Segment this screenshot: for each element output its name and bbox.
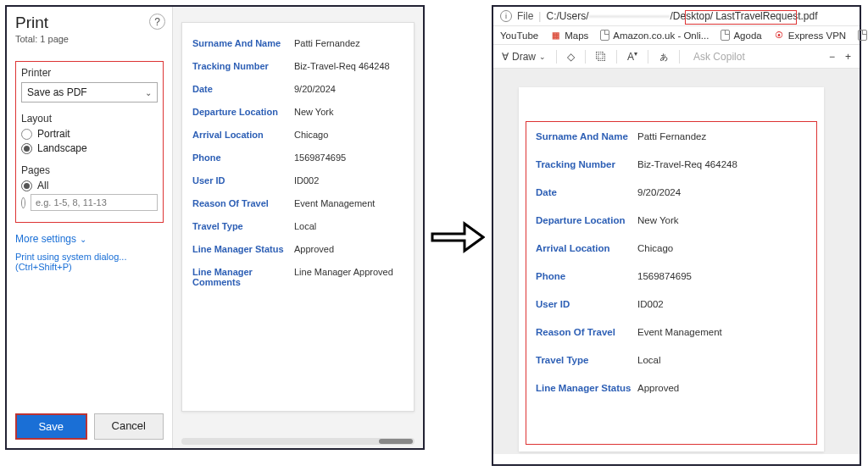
field-label: Date [192, 84, 294, 94]
field-row: Reason Of TravelEvent Management [192, 198, 403, 208]
bookmark-maps[interactable]: ▦Maps [550, 30, 588, 41]
field-value: Local [294, 221, 316, 231]
print-sidebar: ? Print Total: 1 page Printer Save as PD… [7, 7, 172, 448]
ask-copilot-input[interactable]: Ask Copilot [690, 51, 819, 63]
field-label: Phone [192, 152, 294, 163]
field-label: Departure Location [192, 107, 294, 117]
info-icon[interactable]: i [500, 10, 512, 22]
field-label: User ID [192, 175, 294, 186]
field-label: Line Manager Comments [192, 267, 294, 287]
layout-landscape-option[interactable]: Landscape [21, 142, 158, 154]
field-label: Tracking Number [192, 61, 294, 71]
field-value: Approved [294, 244, 334, 254]
radio-selected-icon [21, 143, 32, 154]
printer-value: Save as PDF [27, 86, 87, 98]
pages-custom-option[interactable] [21, 194, 158, 211]
print-subtitle: Total: 1 page [15, 34, 164, 44]
field-value: Biz-Travel-Req 464248 [294, 61, 390, 71]
express-icon: ⦿ [774, 30, 785, 41]
field-row: Arrival LocationChicago [192, 130, 403, 140]
print-title: Print [15, 14, 164, 32]
layout-label: Layout [21, 113, 158, 125]
read-aloud-icon[interactable]: ぁ [659, 49, 669, 64]
bookmark-expressvpn[interactable]: ⦿Express VPN [774, 30, 846, 41]
bookmark-amazon[interactable]: Amazon.co.uk - Onli... [600, 30, 709, 41]
dialog-buttons: Save Cancel [15, 413, 164, 440]
field-value: New York [294, 107, 333, 117]
field-row: Travel TypeLocal [192, 221, 403, 231]
field-row: Date9/20/2024 [192, 84, 403, 94]
field-row: Departure LocationNew York [192, 107, 403, 117]
draw-tool[interactable]: ∀ Draw ⌄ [502, 51, 546, 63]
separator [556, 50, 557, 64]
filename-highlight-box [685, 10, 797, 25]
two-page-icon[interactable]: ⿻ [596, 51, 606, 63]
radio-icon [21, 197, 25, 208]
print-preview-area: Surname And NamePatti FernandezTracking … [172, 7, 423, 448]
chevron-down-icon: ⌄ [539, 53, 546, 61]
separator [616, 50, 617, 64]
address-bar: i File | C:/Users/————————/Desktop/LastT… [493, 7, 860, 26]
pages-label: Pages [21, 164, 158, 176]
field-row: Phone1569874695 [192, 152, 403, 163]
field-row: Surname And NamePatti Fernandez [192, 38, 403, 48]
printer-select[interactable]: Save as PDF ⌄ [21, 82, 158, 103]
field-value: Chicago [294, 130, 328, 140]
print-dialog-window: ? Print Total: 1 page Printer Save as PD… [5, 5, 425, 450]
separator [648, 50, 648, 64]
chevron-down-icon: ⌄ [80, 235, 86, 244]
more-settings-label: More settings [15, 233, 76, 245]
bookmark-mcafee[interactable]: McAfee Security [858, 30, 868, 41]
preview-page: Surname And NamePatti FernandezTracking … [181, 22, 415, 412]
page-icon [600, 30, 609, 41]
more-settings-link[interactable]: More settings ⌄ [15, 233, 164, 245]
chevron-down-icon: ⌄ [145, 88, 152, 97]
bookmarks-bar: YouTube ▦Maps Amazon.co.uk - Onli... Ago… [493, 26, 860, 45]
maps-icon: ▦ [550, 30, 561, 41]
arrow-icon [431, 220, 485, 254]
pdf-viewport[interactable]: Surname And NamePatti FernandezTracking … [493, 69, 860, 454]
field-row: Line Manager StatusApproved [192, 244, 403, 254]
save-button[interactable]: Save [15, 413, 87, 440]
file-label: File [517, 10, 533, 22]
layout-portrait-option[interactable]: Portrait [21, 128, 158, 140]
field-row: Tracking NumberBiz-Travel-Req 464248 [192, 61, 403, 71]
erase-tool-icon[interactable]: ◇ [567, 51, 575, 63]
radio-selected-icon [21, 180, 32, 191]
pages-custom-input[interactable] [31, 194, 158, 211]
printer-label: Printer [21, 67, 158, 79]
pdf-toolbar: ∀ Draw ⌄ ◇ ⿻ A▾ ぁ Ask Copilot − + [493, 45, 860, 69]
text-size-icon[interactable]: A▾ [627, 50, 637, 63]
layout-landscape-label: Landscape [37, 142, 87, 154]
browser-window: i File | C:/Users/————————/Desktop/LastT… [492, 5, 861, 466]
horizontal-scrollbar[interactable] [181, 438, 415, 445]
bookmark-agoda[interactable]: Agoda [721, 30, 761, 41]
field-label: Line Manager Status [192, 244, 294, 254]
separator: | [538, 10, 541, 22]
page-icon [721, 30, 730, 41]
system-dialog-link[interactable]: Print using system dialog... (Ctrl+Shift… [15, 252, 164, 272]
layout-portrait-label: Portrait [37, 128, 70, 140]
cancel-button[interactable]: Cancel [94, 413, 164, 440]
scrollbar-thumb[interactable] [379, 439, 413, 444]
zoom-in-button[interactable]: + [845, 51, 851, 63]
bookmark-youtube[interactable]: YouTube [500, 30, 538, 41]
field-label: Arrival Location [192, 130, 294, 140]
separator [585, 50, 586, 64]
pdf-page: Surname And NamePatti FernandezTracking … [519, 87, 824, 452]
field-value: 1569874695 [294, 152, 346, 163]
field-value: Line Manager Approved [294, 267, 393, 287]
field-label: Reason Of Travel [192, 198, 294, 208]
field-label: Travel Type [192, 221, 294, 231]
field-value: 9/20/2024 [294, 84, 336, 94]
print-options-highlight: Printer Save as PDF ⌄ Layout Portrait La… [15, 61, 164, 223]
pages-all-label: All [37, 180, 48, 191]
pages-all-option[interactable]: All [21, 180, 158, 191]
field-value: ID002 [294, 175, 319, 186]
zoom-out-button[interactable]: − [829, 51, 835, 63]
field-row: User IDID002 [192, 175, 403, 186]
help-icon[interactable]: ? [149, 14, 165, 30]
radio-icon [21, 129, 32, 140]
field-label: Surname And Name [192, 38, 294, 48]
cursor-icon: ∀ [502, 51, 509, 63]
